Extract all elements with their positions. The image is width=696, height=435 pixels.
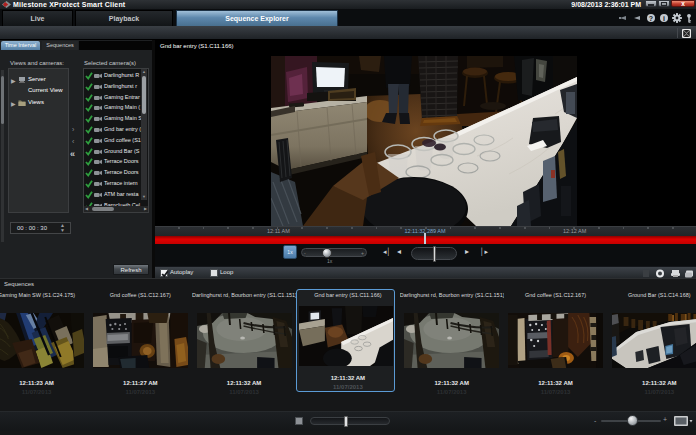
svg-text:i: i <box>663 15 665 22</box>
svg-text:?: ? <box>649 15 653 22</box>
